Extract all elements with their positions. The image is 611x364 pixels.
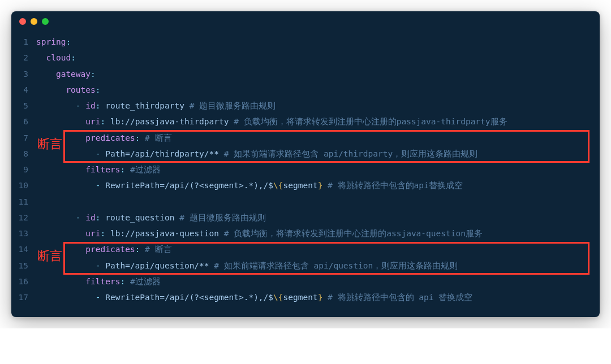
line-number: 5 xyxy=(11,98,36,114)
window-titlebar xyxy=(11,11,600,32)
line-number: 3 xyxy=(11,66,36,82)
yaml-key: filters xyxy=(85,277,120,286)
yaml-key: predicates xyxy=(85,245,135,254)
yaml-comment: # 断言 xyxy=(145,245,171,254)
line-number: 11 xyxy=(11,194,36,210)
yaml-key: spring xyxy=(36,37,66,46)
minimize-icon[interactable] xyxy=(31,18,37,25)
line-number: 9 xyxy=(11,162,36,177)
yaml-value: Path=/api/question/** xyxy=(105,261,209,270)
yaml-value: lb://passjava-thirdparty xyxy=(110,117,229,126)
yaml-key: routes xyxy=(66,85,95,94)
annotation-assertion-1: 断言 xyxy=(37,132,62,157)
escape-char: \{ xyxy=(273,293,283,302)
yaml-comment: # 负载均衡，将请求转发到注册中心注册的assjava-question服务 xyxy=(224,229,483,238)
line-number: 4 xyxy=(11,82,36,98)
yaml-comment: # 将跳转路径中包含的api替换成空 xyxy=(328,181,463,190)
yaml-comment: # 负载均衡，将请求转发到注册中心注册的passjava-thirdparty服… xyxy=(234,117,507,126)
code-line: 16 filters: #过滤器 xyxy=(11,274,600,289)
code-line: 11 xyxy=(11,194,600,210)
code-line: 7 predicates: # 断言 xyxy=(11,130,600,146)
line-number: 7 xyxy=(11,130,36,146)
code-line: 15 - Path=/api/question/** # 如果前端请求路径包含 … xyxy=(11,258,600,274)
line-number: 1 xyxy=(11,34,36,50)
code-line: 10 - RewritePath=/api/(?<segment>.*),/$\… xyxy=(11,177,600,193)
yaml-comment: # 如果前端请求路径包含 api/thirdparty，则应用这条路由规则 xyxy=(224,149,477,158)
yaml-key: filters xyxy=(85,165,120,174)
yaml-comment: # 如果前端请求路径包含 api/question，则应用这条路由规则 xyxy=(214,261,458,270)
yaml-comment: #过滤器 xyxy=(130,165,161,174)
code-line: 17 - RewritePath=/api/(?<segment>.*),/$\… xyxy=(11,289,600,305)
line-number: 14 xyxy=(11,241,36,257)
code-line: 5 - id: route_thirdparty # 题目微服务路由规则 xyxy=(11,98,600,114)
code-line: 2 cloud: xyxy=(11,50,600,66)
yaml-comment: # 断言 xyxy=(145,133,171,142)
line-number: 2 xyxy=(11,50,36,66)
code-line: 4 routes: xyxy=(11,82,600,98)
yaml-key: id xyxy=(85,101,95,110)
yaml-key: id xyxy=(85,213,95,222)
escape-char: } xyxy=(318,293,323,302)
maximize-icon[interactable] xyxy=(42,18,49,25)
yaml-key: uri xyxy=(85,229,100,238)
code-area[interactable]: 断言 断言 1 spring: 2 cloud: 3 gateway: 4 ro… xyxy=(11,32,600,317)
close-icon[interactable] xyxy=(19,18,26,25)
escape-char: \{ xyxy=(273,181,283,190)
code-line: 9 filters: #过滤器 xyxy=(11,162,600,177)
yaml-value: RewritePath=/api/(?<segment>.*),/$ xyxy=(105,293,273,302)
code-line: 8 - Path=/api/thirdparty/** # 如果前端请求路径包含… xyxy=(11,146,600,162)
escape-char: } xyxy=(318,181,323,190)
line-number: 10 xyxy=(11,177,36,193)
code-line: 1 spring: xyxy=(11,34,600,50)
line-number: 16 xyxy=(11,274,36,289)
line-number: 17 xyxy=(11,289,36,305)
yaml-value: Path=/api/thirdparty/** xyxy=(105,149,219,158)
yaml-key: predicates xyxy=(85,133,135,142)
yaml-key: cloud xyxy=(46,53,71,62)
code-line: 6 uri: lb://passjava-thirdparty # 负载均衡，将… xyxy=(11,114,600,129)
yaml-comment: # 题目微服务路由规则 xyxy=(179,213,265,222)
code-line: 14 predicates: # 断言 xyxy=(11,241,600,257)
yaml-key: gateway xyxy=(56,70,91,79)
yaml-value: lb://passjava-question xyxy=(110,229,219,238)
code-window: 断言 断言 1 spring: 2 cloud: 3 gateway: 4 ro… xyxy=(11,11,600,317)
code-line: 13 uri: lb://passjava-question # 负载均衡，将请… xyxy=(11,226,600,241)
line-number: 8 xyxy=(11,146,36,162)
yaml-comment: #过滤器 xyxy=(130,277,161,286)
code-line: 3 gateway: xyxy=(11,66,600,82)
code-line: 12 - id: route_question # 题目微服务路由规则 xyxy=(11,210,600,226)
yaml-value: segment xyxy=(283,181,318,190)
yaml-value: route_thirdparty xyxy=(105,101,184,110)
annotation-assertion-2: 断言 xyxy=(37,244,62,268)
line-number: 13 xyxy=(11,226,36,241)
line-number: 15 xyxy=(11,258,36,274)
yaml-key: uri xyxy=(85,117,100,126)
yaml-value: segment xyxy=(283,293,318,302)
yaml-comment: # 题目微服务路由规则 xyxy=(190,101,276,110)
line-number: 12 xyxy=(11,210,36,226)
yaml-comment: # 将跳转路径中包含的 api 替换成空 xyxy=(328,293,472,302)
yaml-value: route_question xyxy=(105,213,174,222)
line-number: 6 xyxy=(11,114,36,129)
yaml-value: RewritePath=/api/(?<segment>.*),/$ xyxy=(105,181,273,190)
